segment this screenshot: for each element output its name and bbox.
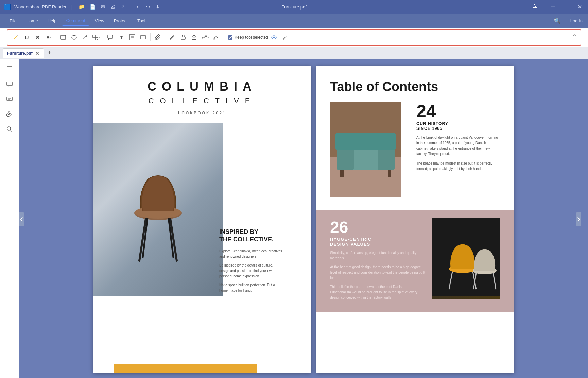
title-bar-icons: 📁 📄 ✉ 🖨 ↗ | ↩ ↪ ⬇ [77, 3, 161, 10]
ink-tool-button[interactable] [211, 32, 221, 42]
pink-text-3: This belief in the pared-down aesthetic … [330, 284, 425, 300]
file-title: Furniture.pdf [281, 4, 307, 10]
toc-section-1-content: 24 OUR HISTORYSINCE 1965 At the brink of… [410, 102, 500, 203]
typewriter-tool-button[interactable] [138, 32, 148, 42]
tab-label: Furniture.pdf [7, 51, 33, 56]
menu-help[interactable]: Help [44, 16, 61, 25]
callout-tool-button[interactable] [105, 32, 116, 42]
svg-rect-11 [141, 37, 142, 37]
menu-search-icon[interactable]: 🔍 [551, 16, 564, 25]
sidebar-annotation-icon[interactable] [3, 93, 16, 105]
keep-tool-checkbox[interactable] [228, 35, 232, 40]
strikethrough-tool-button[interactable]: S [33, 32, 43, 42]
shape-group-button[interactable]: ▾ [91, 32, 101, 42]
svg-rect-13 [144, 37, 145, 37]
highlight-tool-button[interactable] [11, 32, 21, 42]
keep-tool-container: Keep tool selected [228, 35, 268, 40]
svg-rect-41 [340, 170, 344, 177]
collective-title: COLLECTIVE [107, 97, 297, 105]
close-button[interactable]: ✕ [575, 3, 584, 11]
app-title: Wondershare PDF Reader [14, 4, 67, 10]
toc-title: Table of Contents [330, 80, 500, 94]
maximize-button[interactable]: □ [563, 3, 570, 11]
svg-point-15 [193, 35, 195, 38]
clear-tool-button[interactable] [280, 32, 290, 42]
sidebar-comment-icon[interactable] [3, 78, 16, 90]
rectangle-tool-button[interactable] [58, 32, 68, 42]
login-button[interactable]: Log In [570, 18, 583, 23]
eye-tool-button[interactable] [269, 32, 279, 42]
separator-2 [103, 33, 103, 41]
toc-number-26: 26 [330, 218, 425, 237]
svg-point-1 [72, 35, 76, 39]
toc-history-text1: At the brink of daylight on a quaint Van… [416, 135, 500, 157]
pdf-area[interactable]: COLUMBIA COLLECTIVE LOOKBOOK 2021 [19, 59, 588, 378]
attachment-tool-button[interactable] [153, 32, 163, 42]
weather-icon: 🌤 [532, 4, 537, 10]
arrow-tool-button[interactable] [80, 32, 90, 42]
menu-comment[interactable]: Comment [62, 16, 89, 26]
keep-tool-label: Keep tool selected [235, 35, 268, 40]
inspired-p1: Explore Scandinavia, meet local creative… [219, 248, 301, 259]
text-format-button[interactable]: ≡ ▾ [44, 32, 54, 42]
main-layout: COLUMBIA COLLECTIVE LOOKBOOK 2021 [0, 59, 588, 378]
lookbook-year: LOOKBOOK 2021 [107, 111, 297, 115]
underline-tool-button[interactable]: U [22, 32, 32, 42]
mail-icon[interactable]: ✉ [100, 3, 106, 10]
chair-image-right [432, 218, 500, 299]
sofa-image [330, 102, 401, 197]
svg-point-27 [7, 127, 11, 130]
toolbar-collapse-arrow[interactable] [572, 34, 577, 40]
orange-bar [114, 364, 257, 373]
textbox-tool-button[interactable]: T [116, 32, 126, 42]
file-icon[interactable]: 📄 [88, 3, 97, 10]
pdf-page-left: COLUMBIA COLLECTIVE LOOKBOOK 2021 [93, 66, 311, 373]
menu-file[interactable]: File [5, 16, 21, 25]
svg-rect-25 [7, 82, 12, 86]
separator-4 [165, 33, 165, 41]
text-block-tool-button[interactable] [127, 32, 137, 42]
svg-rect-21 [7, 67, 12, 72]
share-icon[interactable]: ↗ [119, 3, 126, 10]
sidebar-attachment-icon[interactable] [3, 108, 16, 120]
svg-rect-16 [192, 39, 196, 40]
app-logo-icon: 🟦 [4, 4, 11, 10]
ellipse-tool-button[interactable] [69, 32, 79, 42]
chair-image [93, 123, 223, 296]
tab-close-button[interactable]: ✕ [35, 51, 39, 56]
undo-icon[interactable]: ↩ [135, 3, 142, 10]
minimize-button[interactable]: ─ [549, 3, 557, 11]
pink-section-content: 26 HYGGE-CENTRICDESIGN VALUES Simplicity… [330, 218, 425, 304]
pen-tool-button[interactable] [167, 32, 177, 42]
menu-home[interactable]: Home [22, 16, 42, 25]
right-panel-expand[interactable] [576, 212, 581, 226]
eraser-tool-button[interactable] [178, 32, 188, 42]
title-bar-right: 🌤 | ─ □ ✕ [532, 3, 584, 11]
folder-icon[interactable]: 📁 [77, 3, 86, 10]
inspired-title: INSPIRED BYTHE COLLECTIVE. [219, 228, 301, 243]
comment-toolbar: U S ≡ ▾ ▾ T [7, 29, 581, 46]
bookmark-icon[interactable]: ⬇ [154, 3, 161, 10]
svg-rect-14 [181, 37, 185, 39]
svg-line-28 [11, 130, 12, 132]
sidebar-bookmark-icon[interactable] [3, 63, 16, 75]
print-icon[interactable]: 🖨 [109, 3, 117, 10]
columbia-title: COLUMBIA [107, 80, 297, 94]
svg-point-20 [273, 37, 275, 38]
chair-image-container: INSPIRED BYTHE COLLECTIVE. Explore Scand… [93, 123, 311, 296]
stamp-tool-button[interactable] [189, 32, 199, 42]
tab-bar: Furniture.pdf ✕ + [0, 47, 588, 59]
redo-icon[interactable]: ↪ [145, 3, 152, 10]
new-tab-button[interactable]: + [45, 49, 54, 57]
separator-1 [56, 33, 56, 41]
inspired-p3: Not a space built on perfection. But aho… [219, 282, 301, 293]
svg-point-18 [213, 38, 215, 40]
menu-tool[interactable]: Tool [133, 16, 150, 25]
menu-protect[interactable]: Protect [110, 16, 132, 25]
left-panel-expand[interactable] [19, 212, 24, 226]
pink-section-title: HYGGE-CENTRICDESIGN VALUES [330, 237, 425, 247]
sidebar-search-icon[interactable] [3, 123, 16, 135]
menu-view[interactable]: View [91, 16, 108, 25]
signature-tool-button[interactable]: ▾ [200, 32, 210, 42]
pdf-tab[interactable]: Furniture.pdf ✕ [3, 48, 44, 58]
